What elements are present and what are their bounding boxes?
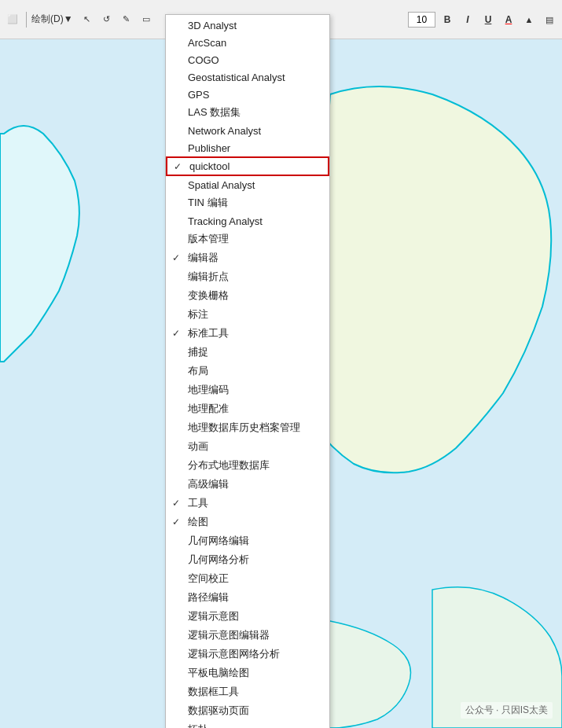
font-size-input[interactable] [408,12,435,28]
toolbar-icon-1[interactable]: ⬜ [4,11,21,28]
menu-item-geometric-network-analysis[interactable]: 几何网络分析 [166,550,329,569]
watermark: 公众号 · 只因IS太美 [461,702,553,719]
menu-item-geostatistical-analyst[interactable]: Geostatistical Analyst [166,68,329,86]
menu-item-editor[interactable]: 编辑器 [166,248,329,267]
toolbar-rotate-icon[interactable]: ↺ [98,11,116,28]
toolbar-cursor-icon[interactable]: ↖ [79,11,96,28]
menu-item-tablet-drawing[interactable]: 平板电脑绘图 [166,664,329,682]
toolbar-right: B I U A ▲ ▤ [408,0,558,39]
menu-item-advanced-edit[interactable]: 高级编辑 [166,475,329,494]
menu-item-cogo[interactable]: COGO [166,51,329,68]
menu-item-spatial-adjustment[interactable]: 空间校正 [166,569,329,588]
menu-item-network-analyst[interactable]: Network Analyst [166,122,329,139]
menu-item-las-dataset[interactable]: LAS 数据集 [166,103,329,122]
font-color-button[interactable]: A [500,11,517,28]
menu-item-spatial-analyst[interactable]: Spatial Analyst [166,176,329,193]
menu-item-standard-tool[interactable]: 标准工具 [166,324,329,343]
menu-item-version-mgmt[interactable]: 版本管理 [166,230,329,248]
menu-item-label[interactable]: 标注 [166,305,329,324]
toolbar-box-icon[interactable]: ▭ [138,11,155,28]
menu-item-animation[interactable]: 动画 [166,437,329,456]
italic-button[interactable]: I [459,11,476,28]
menu-item-geometric-network-edit[interactable]: 几何网络编辑 [166,531,329,550]
menu-item-schematic-editor[interactable]: 逻辑示意图编辑器 [166,626,329,645]
toolbar-edit-icon[interactable]: ✎ [118,11,135,28]
toolbar-separator-1 [26,12,27,28]
menu-item-publisher[interactable]: Publisher [166,139,329,156]
bold-button[interactable]: B [439,11,456,28]
menu-item-tin-editor[interactable]: TIN 编辑 [166,193,329,212]
menu-item-distributed-geodatabase[interactable]: 分布式地理数据库 [166,456,329,475]
menu-item-snap[interactable]: 捕捉 [166,343,329,362]
border-button[interactable]: ▤ [541,11,558,28]
underline-button[interactable]: U [479,11,497,28]
menu-item-quicktool[interactable]: quicktool [166,156,329,176]
toolbar-left-icons: ⬜ 绘制(D)▼ ↖ ↺ ✎ ▭ [4,11,155,28]
menu-item-route-edit[interactable]: 路径编辑 [166,588,329,607]
menu-item-georeferencing[interactable]: 地理配准 [166,399,329,418]
menu-item-3d-analyst[interactable]: 3D Analyst [166,17,329,34]
menu-item-gps[interactable]: GPS [166,86,329,103]
menu-item-data-frame-tools[interactable]: 数据框工具 [166,682,329,701]
menu-item-arcscan[interactable]: ArcScan [166,34,329,51]
menu-item-data-driven-pages[interactable]: 数据驱动页面 [166,701,329,720]
menu-item-transform-raster[interactable]: 变换栅格 [166,286,329,305]
menu-item-tracking-analyst[interactable]: Tracking Analyst [166,212,329,230]
menu-item-schematic-network-analysis[interactable]: 逻辑示意图网络分析 [166,645,329,664]
toolbar-menu-dropdown: 3D AnalystArcScanCOGOGeostatistical Anal… [165,14,330,728]
highlight-button[interactable]: ▲ [520,11,538,28]
menu-item-geocoding[interactable]: 地理编码 [166,381,329,399]
menu-item-schematic[interactable]: 逻辑示意图 [166,607,329,626]
draw-label[interactable]: 绘制(D)▼ [31,13,73,26]
menu-item-edit-vertices[interactable]: 编辑折点 [166,267,329,286]
menu-item-geodatabase-archive[interactable]: 地理数据库历史档案管理 [166,418,329,437]
menu-item-tools[interactable]: 工具 [166,494,329,513]
menu-item-draw[interactable]: 绘图 [166,513,329,531]
menu-item-layout[interactable]: 布局 [166,362,329,381]
menu-item-topology[interactable]: 拓扑 [166,720,329,728]
